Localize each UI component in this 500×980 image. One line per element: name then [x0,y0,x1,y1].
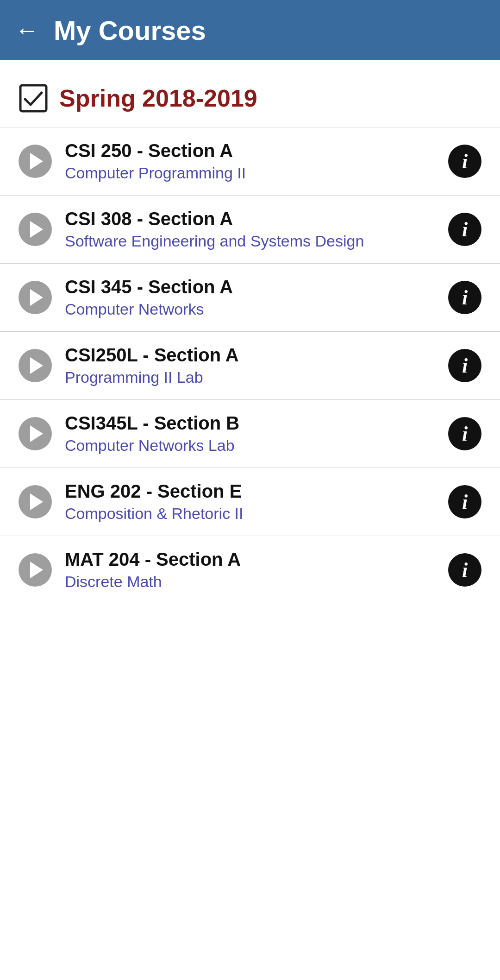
course-code-csi250: CSI 250 - Section A [65,140,435,161]
play-icon-csi250 [30,153,43,170]
play-icon-csi308 [30,221,43,238]
semester-checkbox-icon [19,83,48,113]
info-button-eng202[interactable]: i [448,485,481,518]
course-name-csi250l: Programming II Lab [65,368,435,386]
course-info-csi250: CSI 250 - Section A Computer Programming… [65,140,435,182]
course-name-eng202: Composition & Rhetoric II [65,505,435,523]
main-content: Spring 2018-2019 CSI 250 - Section A Com… [0,60,500,980]
app-header: ← My Courses [0,0,500,60]
info-button-csi345l[interactable]: i [448,417,481,450]
course-info-mat204: MAT 204 - Section A Discrete Math [65,549,435,591]
course-code-mat204: MAT 204 - Section A [65,549,435,570]
play-icon-csi345l [30,425,43,442]
course-info-csi345: CSI 345 - Section A Computer Networks [65,277,435,318]
course-item-csi345[interactable]: CSI 345 - Section A Computer Networks i [0,263,500,331]
course-item-csi250l[interactable]: CSI250L - Section A Programming II Lab i [0,331,500,399]
play-button-csi345l[interactable] [19,417,52,450]
course-name-mat204: Discrete Math [65,573,435,591]
info-button-csi308[interactable]: i [448,213,481,246]
play-button-csi250[interactable] [19,145,52,178]
course-list: CSI 250 - Section A Computer Programming… [0,127,500,604]
play-button-csi345[interactable] [19,281,52,314]
course-item-csi250[interactable]: CSI 250 - Section A Computer Programming… [0,127,500,195]
semester-label: Spring 2018-2019 [59,84,257,112]
info-button-csi250l[interactable]: i [448,349,481,382]
svg-rect-0 [20,85,46,111]
course-name-csi250: Computer Programming II [65,164,435,182]
course-info-csi345l: CSI345L - Section B Computer Networks La… [65,413,435,455]
play-icon-csi345 [30,289,43,306]
course-name-csi345: Computer Networks [65,300,435,318]
info-button-csi345[interactable]: i [448,281,481,314]
course-info-eng202: ENG 202 - Section E Composition & Rhetor… [65,481,435,523]
course-item-mat204[interactable]: MAT 204 - Section A Discrete Math i [0,536,500,604]
course-item-eng202[interactable]: ENG 202 - Section E Composition & Rhetor… [0,468,500,536]
play-icon-mat204 [30,562,43,578]
play-button-eng202[interactable] [19,485,52,518]
course-name-csi345l: Computer Networks Lab [65,436,435,455]
course-info-csi308: CSI 308 - Section A Software Engineering… [65,209,435,250]
back-button[interactable]: ← [15,18,39,42]
semester-row: Spring 2018-2019 [0,74,500,127]
course-code-csi308: CSI 308 - Section A [65,209,435,229]
course-name-csi308: Software Engineering and Systems Design [65,232,435,250]
play-button-mat204[interactable] [19,553,52,587]
play-button-csi250l[interactable] [19,349,52,382]
course-item-csi308[interactable]: CSI 308 - Section A Software Engineering… [0,195,500,263]
page-title: My Courses [54,15,206,46]
play-icon-csi250l [30,357,43,374]
course-info-csi250l: CSI250L - Section A Programming II Lab [65,345,435,386]
course-code-eng202: ENG 202 - Section E [65,481,435,502]
course-code-csi345: CSI 345 - Section A [65,277,435,297]
info-button-mat204[interactable]: i [448,553,481,587]
course-code-csi345l: CSI345L - Section B [65,413,435,434]
info-button-csi250[interactable]: i [448,145,481,178]
play-icon-eng202 [30,493,43,510]
course-item-csi345l[interactable]: CSI345L - Section B Computer Networks La… [0,399,500,468]
course-code-csi250l: CSI250L - Section A [65,345,435,366]
play-button-csi308[interactable] [19,213,52,246]
